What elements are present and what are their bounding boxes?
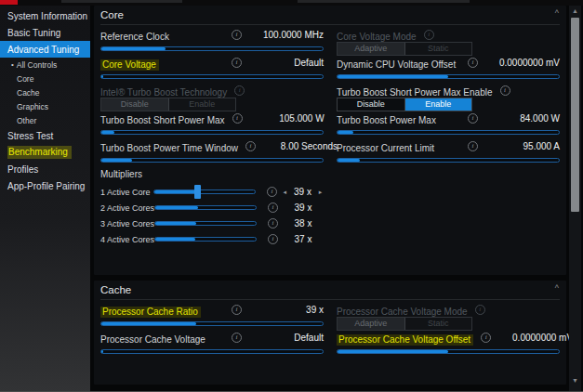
reference-clock-slider[interactable] [100,46,324,51]
disable-button[interactable]: Disable [338,98,404,111]
processor-cache-voltage-slider[interactable] [100,349,324,354]
3-active-cores-slider[interactable] [154,221,257,226]
sidebar-item-other[interactable]: Other [0,113,90,127]
tab-fragment [298,0,470,3]
multipliers-block: Multipliers1 Active Corei◂39 x▸2 Active … [100,165,324,247]
param-core-voltage-mode: Core Voltage ModeiAdaptiveStatic [337,28,560,56]
2-active-cores-slider[interactable] [154,205,257,210]
param-turbo-boost-short-power-max-enable: Turbo Boost Short Power Max EnableiDisab… [337,84,560,111]
param-label: Processor Cache Ratio [100,307,201,318]
sidebar-item-basic-tuning[interactable]: Basic Tuning [0,24,90,41]
slider-fill [101,47,166,50]
decrement-arrow-icon[interactable]: ◂ [282,189,288,196]
multiplier-label: 1 Active Core [100,188,153,197]
slider-fill [101,322,196,325]
param-dynamic-cpu-voltage-offset: Dynamic CPU Voltage Offseti0.0000000 mV [337,56,560,84]
slider-fill [338,131,353,134]
sidebar-item-stress-test[interactable]: Stress Test [0,127,90,144]
dynamic-cpu-voltage-offset-slider[interactable] [337,74,560,79]
info-icon[interactable]: i [268,234,278,244]
1-active-core-slider[interactable] [153,189,256,194]
info-icon[interactable]: i [267,187,277,197]
processor-cache-ratio-slider[interactable] [100,321,324,326]
section-separator [100,24,560,25]
sidebar-item-benchmarking[interactable]: Benchmarking [0,144,90,161]
param-core-voltage: Core VoltageiDefault [100,56,324,84]
multipliers-title: Multipliers [100,165,324,184]
param-intel-turbo-boost-technology: Intel® Turbo Boost TechnologyiDisableEna… [100,84,324,111]
4-active-cores-slider[interactable] [154,237,257,242]
scrollbar-up-icon[interactable]: ▲ [569,6,581,17]
sidebar-item-label: Basic Tuning [7,28,60,38]
sidebar-item-label: Stress Test [7,131,53,141]
turbo-boost-power-time-window-slider[interactable] [100,158,324,163]
sidebar-item-graphics[interactable]: Graphics [0,99,90,113]
processor-current-limit-slider[interactable] [337,158,560,163]
sidebar-item-label: Core [17,74,33,84]
param-label: Turbo Boost Short Power Max [100,115,225,125]
param-reference-clock: Reference Clocki100.0000 MHz [100,28,324,56]
info-icon[interactable]: i [468,58,478,68]
sidebar-item-advanced-tuning[interactable]: Advanced Tuning [0,41,90,58]
scrollbar-down-icon[interactable]: ▼ [569,375,581,386]
section-core: Core^Reference Clocki100.0000 MHzCore Vo… [94,6,566,275]
param-processor-cache-voltage: Processor Cache VoltageiDefault [100,331,324,359]
info-icon[interactable]: i [245,141,256,151]
info-icon[interactable]: i [232,113,243,124]
sidebar-item-label: All Controls [17,60,57,70]
param-value: 105.000 W [245,113,325,124]
info-icon[interactable]: i [232,58,242,68]
info-icon[interactable]: i [268,218,278,229]
sidebar-item-system-information[interactable]: System Information [0,7,90,24]
slider-fill [101,75,103,78]
info-icon[interactable]: i [475,305,485,315]
scrollbar-thumb[interactable] [571,18,579,212]
main-content: Core^Reference Clocki100.0000 MHzCore Vo… [90,6,570,392]
sidebar-item-label: Graphics [17,102,48,111]
info-icon[interactable]: i [424,30,434,40]
slider-fill [155,238,195,241]
enable-button[interactable]: Enable [404,98,472,111]
increment-arrow-icon[interactable]: ▸ [317,189,324,196]
info-icon[interactable]: i [468,113,478,124]
param-value: Default [244,58,324,68]
slider-thumb-handle[interactable] [194,185,201,199]
param-label: Core Voltage [100,59,159,71]
info-icon[interactable]: i [232,30,242,40]
collapse-chevron-icon[interactable]: ^ [555,8,559,18]
disable-button: Disable [101,98,168,111]
processor-cache-voltage-offset-slider[interactable] [337,349,560,354]
sidebar-item-label: Benchmarking [7,146,72,159]
sidebar-item-app-profile-pairing[interactable]: App-Profile Pairing [0,177,90,194]
adaptive-button: Adaptive [338,318,404,330]
param-value: 0.0000000 mV [480,58,560,68]
info-icon[interactable]: i [268,203,278,213]
info-icon[interactable]: i [232,305,242,315]
info-icon[interactable]: i [481,333,491,343]
param-value: 95.000 A [480,141,560,151]
collapse-chevron-icon[interactable]: ^ [555,283,559,293]
sidebar-item-label: Cache [17,88,40,98]
turbo-boost-short-power-max-slider[interactable] [100,130,324,135]
param-label: Dynamic CPU Voltage Offset [337,59,456,70]
param-turbo-boost-power-max: Turbo Boost Power Maxi84.000 W [337,111,560,139]
param-processor-cache-voltage-offset: Processor Cache Voltage Offseti0.0000000… [337,331,560,359]
turbo-boost-power-max-slider[interactable] [337,130,560,135]
param-label: Processor Cache Voltage Mode [337,307,468,317]
sidebar-item-all-controls[interactable]: •All Controls [0,58,90,72]
info-icon[interactable]: i [232,333,242,343]
param-label: Reference Clock [100,32,169,42]
sidebar-item-core[interactable]: Core [0,72,90,85]
param-label: Intel® Turbo Boost Technology [100,87,227,98]
info-icon[interactable]: i [500,85,510,96]
enable-button: Enable [168,98,236,111]
info-icon[interactable]: i [234,85,245,96]
info-icon[interactable]: i [468,141,478,151]
static-button: Static [404,43,472,55]
core-voltage-slider[interactable] [100,74,324,79]
sidebar-item-profiles[interactable]: Profiles [0,161,90,177]
multiplier-row-4-active-cores: 4 Active Coresi◂37 x▸ [100,231,324,247]
param-processor-cache-ratio: Processor Cache Ratioi39 x [100,303,324,331]
section-separator [100,299,560,300]
sidebar-item-cache[interactable]: Cache [0,85,90,99]
